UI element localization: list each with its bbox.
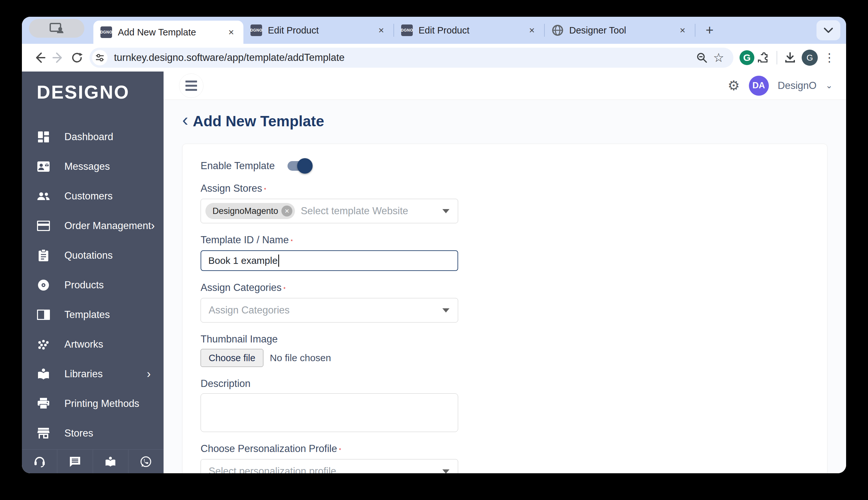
chevron-right-icon: ›	[147, 368, 151, 380]
whatsapp-button[interactable]	[128, 450, 164, 473]
address-bar[interactable]: turnkey.designo.software/app/template/ad…	[90, 48, 734, 68]
grammarly-extension-icon[interactable]: G	[739, 49, 755, 66]
app-header: ⚙ DA DesignO ⌄	[164, 71, 846, 100]
dgno-favicon: DGNO	[401, 24, 413, 36]
sidebar-item-libraries[interactable]: Libraries ›	[22, 359, 164, 389]
assign-categories-placeholder: Assign Categories	[209, 305, 442, 316]
app-logo: DESIGNO	[22, 71, 164, 105]
chevron-down-icon	[823, 27, 833, 33]
sidebar-footer	[22, 450, 164, 473]
user-avatar[interactable]: DA	[749, 76, 769, 96]
tab-preview-pill[interactable]	[29, 19, 84, 38]
account-name[interactable]: DesignO	[778, 80, 817, 91]
dgno-favicon: DGNO	[101, 26, 112, 38]
tab-edit-product-2[interactable]: DGNO Edit Product ×	[394, 17, 544, 44]
dropdown-caret-icon[interactable]	[442, 469, 449, 474]
bookmark-star-icon[interactable]: ☆	[710, 49, 727, 66]
sidebar-item-products[interactable]: Products	[22, 270, 164, 300]
dropdown-caret-icon[interactable]	[442, 308, 449, 312]
toolbar-separator	[776, 51, 777, 65]
required-asterisk: *	[284, 286, 285, 292]
personalization-profile-label: Choose Personalization Profile	[201, 443, 337, 454]
personalization-profile-select[interactable]: Select personalization profile	[201, 459, 458, 473]
sidebar-item-artworks[interactable]: Artworks	[22, 330, 164, 359]
assign-stores-select[interactable]: DesignoMagento × Select template Website	[201, 199, 458, 223]
thumbnail-image-label: Thumbnail Image	[201, 333, 278, 345]
chevron-right-icon: ›	[151, 220, 155, 232]
description-textarea[interactable]	[201, 393, 458, 432]
contact-mail-icon	[37, 160, 50, 173]
settings-gear-icon[interactable]: ⚙	[728, 79, 740, 92]
tab-edit-product-1[interactable]: DGNO Edit Product ×	[243, 17, 394, 44]
credit-card-icon	[37, 219, 50, 232]
sidebar: DESIGNO Dashboard Messages	[22, 71, 164, 473]
hamburger-menu-button[interactable]	[179, 73, 203, 98]
chat-button[interactable]	[57, 450, 93, 473]
tab-title: Designer Tool	[569, 25, 676, 36]
globe-icon	[552, 24, 563, 36]
tab-close-icon[interactable]: ×	[375, 24, 388, 37]
tab-title: Edit Product	[419, 25, 526, 36]
disc-icon	[37, 279, 50, 292]
assign-categories-select[interactable]: Assign Categories	[201, 298, 458, 322]
hamburger-icon	[186, 81, 197, 82]
required-asterisk: *	[264, 187, 266, 193]
new-tab-button[interactable]: +	[700, 21, 719, 40]
people-icon	[37, 190, 50, 203]
tab-strip: DGNO Add New Template × DGNO Edit Produc…	[22, 17, 846, 44]
extensions-puzzle-icon[interactable]	[755, 49, 772, 66]
sidebar-item-quotations[interactable]: Quotations	[22, 241, 164, 270]
sidebar-item-order-management[interactable]: Order Management ›	[22, 211, 164, 241]
template-name-input[interactable]: Book 1 example	[201, 250, 458, 271]
tab-close-icon[interactable]: ×	[526, 24, 538, 37]
reload-button[interactable]	[68, 48, 86, 67]
browser-profile-avatar[interactable]: G	[802, 49, 818, 66]
storefront-icon	[37, 427, 50, 440]
page-content: ‹ Add New Template Enable Template Assig…	[164, 100, 846, 473]
downloads-icon[interactable]	[782, 49, 798, 66]
tune-icon	[95, 53, 105, 62]
library-icon	[37, 367, 50, 381]
printer-icon	[37, 397, 50, 410]
enable-template-toggle[interactable]	[288, 161, 311, 171]
browser-window: DGNO Add New Template × DGNO Edit Produc…	[22, 17, 846, 473]
dashboard-icon	[37, 130, 50, 144]
text-cursor	[278, 254, 279, 267]
required-asterisk: *	[339, 447, 341, 453]
tab-close-icon[interactable]: ×	[676, 24, 689, 37]
assign-stores-label: Assign Stores	[201, 183, 262, 194]
sidebar-item-printing-methods[interactable]: Printing Methods	[22, 389, 164, 419]
dgno-favicon: DGNO	[250, 24, 262, 36]
support-headset-button[interactable]	[22, 450, 57, 473]
zoom-out-icon[interactable]	[693, 49, 710, 66]
grain-dots-icon	[37, 338, 50, 351]
template-id-label: Template ID / Name	[201, 234, 289, 246]
url-text[interactable]: turnkey.designo.software/app/template/ad…	[114, 52, 693, 64]
dropdown-caret-icon[interactable]	[442, 209, 449, 213]
back-button[interactable]	[30, 48, 49, 67]
sidebar-item-templates[interactable]: Templates	[22, 300, 164, 330]
description-label: Description	[201, 378, 250, 389]
forward-button[interactable]	[49, 48, 68, 67]
site-settings-chip[interactable]	[92, 50, 107, 65]
browser-toolbar: turnkey.designo.software/app/template/ad…	[22, 44, 846, 71]
assign-categories-label: Assign Categories	[201, 282, 282, 293]
tab-add-new-template[interactable]: DGNO Add New Template ×	[93, 21, 243, 44]
choose-file-button[interactable]: Choose file	[201, 349, 263, 367]
form-card: Enable Template Assign Stores* DesignoMa…	[182, 144, 828, 473]
sidebar-item-messages[interactable]: Messages	[22, 152, 164, 181]
clipboard-icon	[37, 249, 50, 262]
knowledge-base-button[interactable]	[93, 450, 128, 473]
sidebar-item-stores[interactable]: Stores	[22, 419, 164, 448]
tab-designer-tool[interactable]: Designer Tool ×	[545, 17, 695, 44]
sidebar-item-customers[interactable]: Customers	[22, 181, 164, 211]
tab-close-icon[interactable]: ×	[225, 26, 238, 39]
store-chip: DesignoMagento ×	[206, 203, 295, 219]
account-chevron-down-icon[interactable]: ⌄	[825, 81, 833, 91]
tab-search-button[interactable]	[817, 20, 840, 40]
browser-menu-icon[interactable]: ⋮	[821, 49, 838, 66]
required-asterisk: *	[291, 239, 293, 244]
chip-remove-icon[interactable]: ×	[281, 206, 292, 216]
sidebar-item-dashboard[interactable]: Dashboard	[22, 122, 164, 152]
back-chevron-icon[interactable]: ‹	[182, 111, 188, 132]
